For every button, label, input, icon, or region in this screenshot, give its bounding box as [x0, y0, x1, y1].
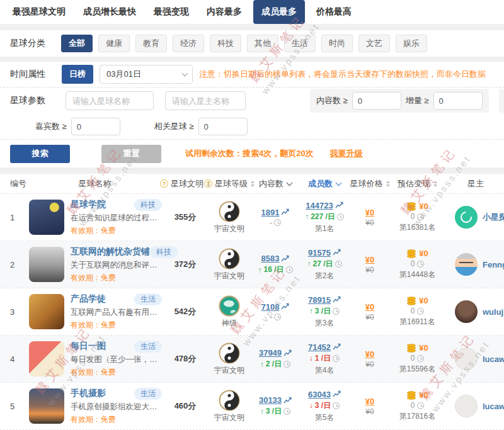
content-count-cell: 37949 ↑ 2 /日	[254, 348, 297, 370]
content-count-link[interactable]: 1891	[261, 208, 280, 217]
content-delta-line: ↑ 16 /日	[258, 264, 292, 275]
current-price-link[interactable]: ¥0	[365, 255, 374, 264]
category-pill-entertainment[interactable]: 娱乐	[396, 35, 427, 52]
planet-name-link[interactable]: 星球学院	[71, 199, 106, 210]
category-pill-art[interactable]: 文艺	[358, 35, 390, 52]
upgrade-link[interactable]: 我要升级	[330, 148, 363, 159]
owner-name-link[interactable]: lucawu	[483, 402, 504, 411]
owner-avatar	[455, 395, 478, 417]
guest-min-input[interactable]	[71, 118, 120, 135]
member-count-link[interactable]: 91575	[308, 248, 331, 257]
nav-tab-most-content[interactable]: 内容最多	[200, 1, 248, 23]
trend-chart-icon[interactable]	[333, 249, 341, 256]
content-count-link[interactable]: 8583	[261, 254, 280, 263]
header-price[interactable]: 星球价格	[352, 178, 387, 190]
category-pill-all[interactable]: 全部	[61, 35, 93, 52]
trend-chart-icon[interactable]	[333, 390, 341, 398]
daily-rank-button[interactable]: 日榜	[62, 65, 93, 84]
current-price-link[interactable]: ¥0	[365, 302, 374, 312]
header-content-count[interactable]: 内容数	[254, 178, 297, 190]
member-count-link[interactable]: 78915	[308, 295, 331, 305]
coins-icon	[406, 391, 416, 400]
planet-name-link[interactable]: 每日一图	[71, 341, 106, 352]
header-civilization[interactable]: ? 星球文明	[166, 178, 205, 190]
planet-thumbnail[interactable]	[29, 388, 64, 424]
validity-value: 免费	[101, 368, 116, 376]
planet-name-link[interactable]: 产品学徒	[71, 293, 106, 305]
content-count-link[interactable]: 30133	[259, 395, 282, 405]
trend-chart-icon[interactable]	[281, 208, 289, 216]
content-delta-min-input[interactable]	[433, 92, 483, 110]
planet-thumbnail[interactable]	[29, 294, 64, 329]
current-price-link[interactable]: ¥0	[365, 349, 374, 359]
original-price: ¥0	[365, 360, 374, 369]
date-input[interactable]	[100, 65, 193, 84]
trend-chart-icon[interactable]	[335, 201, 343, 209]
trend-chart-icon[interactable]	[333, 343, 341, 351]
search-button[interactable]: 搜索	[10, 145, 70, 163]
content-filter-group: 内容数 ≥ 增量 ≥	[310, 89, 489, 113]
nav-tab-most-members[interactable]: 成员最多	[253, 0, 305, 24]
owner-name-link[interactable]: lucawu	[483, 354, 504, 364]
current-price-link[interactable]: ¥0	[365, 208, 374, 217]
nav-tab-top-revenue[interactable]: 最强变现	[147, 1, 195, 23]
category-pill-fashion[interactable]: 时尚	[321, 35, 353, 52]
content-min-input[interactable]	[352, 92, 401, 110]
content-delta-line: -	[270, 313, 281, 322]
trend-chart-icon[interactable]	[281, 303, 289, 310]
category-pill-life[interactable]: 生活	[284, 35, 316, 52]
row-number: 1	[0, 213, 24, 222]
nav-tab-fastest-growth[interactable]: 成员增长最快	[77, 1, 142, 23]
current-price-link[interactable]: ¥0	[365, 397, 374, 406]
trend-chart-icon[interactable]	[333, 296, 341, 303]
owner-name-input[interactable]	[165, 91, 246, 110]
category-pill-health[interactable]: 健康	[98, 35, 130, 52]
related-min-input[interactable]	[198, 118, 248, 135]
planet-name-cell: 互联网的解忧杂货铺 科技 关于互联网的消息和评论，以及，大... 有效期：免费	[24, 246, 166, 283]
category-pill-education[interactable]: 教育	[135, 35, 167, 52]
category-pill-tech[interactable]: 科技	[210, 35, 241, 52]
planet-thumbnail[interactable]	[29, 200, 64, 235]
header-level[interactable]: ? 星球等级	[205, 178, 254, 190]
chevron-down-icon	[336, 180, 342, 186]
member-count-link[interactable]: 71452	[308, 342, 331, 352]
owner-name-link[interactable]: 小星探	[483, 212, 504, 223]
category-pill-other[interactable]: 其他	[247, 35, 278, 52]
price-cell: ¥0 ¥0	[352, 302, 387, 322]
header-price-label: 星球价格	[350, 178, 383, 190]
header-revenue[interactable]: 预估变现	[387, 178, 447, 190]
member-count-link[interactable]: 144723	[306, 201, 333, 210]
planet-name-link[interactable]: 手机摄影	[71, 388, 106, 399]
trend-chart-icon[interactable]	[284, 397, 292, 404]
yinyang-level-icon	[219, 390, 240, 411]
content-count-link[interactable]: 37949	[259, 348, 282, 358]
category-tag: 生活	[134, 388, 162, 400]
nav-tab-highest-price[interactable]: 价格最高	[310, 1, 358, 23]
trend-chart-icon[interactable]	[281, 255, 289, 263]
params-label: 星球参数	[10, 95, 55, 106]
row-number: 5	[0, 402, 24, 411]
member-count-link[interactable]: 63043	[308, 390, 331, 399]
category-pill-economy[interactable]: 经济	[173, 35, 204, 52]
content-delta-line: ↑ 2 /日	[260, 359, 290, 370]
owner-avatar	[455, 300, 478, 323]
planet-name-link[interactable]: 互联网的解忧杂货铺	[71, 246, 150, 257]
owner-name-link[interactable]: wulujia	[483, 307, 504, 317]
content-count-cell: 7108 -	[254, 302, 297, 322]
clock-icon	[333, 402, 340, 409]
help-icon[interactable]: ?	[160, 179, 168, 188]
nav-tab-strongest-civilization[interactable]: 最强星球文明	[6, 1, 72, 23]
owner-avatar	[455, 253, 478, 276]
sort-icon[interactable]	[433, 181, 437, 187]
trend-chart-icon[interactable]	[284, 349, 292, 357]
content-count-link[interactable]: 7108	[261, 302, 280, 312]
coins-icon	[406, 249, 416, 258]
reset-button[interactable]: 重置	[101, 145, 161, 163]
planet-name-input[interactable]	[66, 91, 154, 110]
header-member-count[interactable]: 成员数	[297, 178, 352, 190]
owner-name-link[interactable]: Fenng	[483, 260, 504, 269]
planet-thumbnail[interactable]	[29, 247, 64, 282]
planet-thumbnail[interactable]	[29, 341, 64, 376]
help-icon[interactable]: ?	[204, 179, 212, 188]
table-header: 编号 星球名称 ? 星球文明 ? 星球等级 内容数 成员数 星球价格 预估变现 …	[0, 174, 504, 194]
